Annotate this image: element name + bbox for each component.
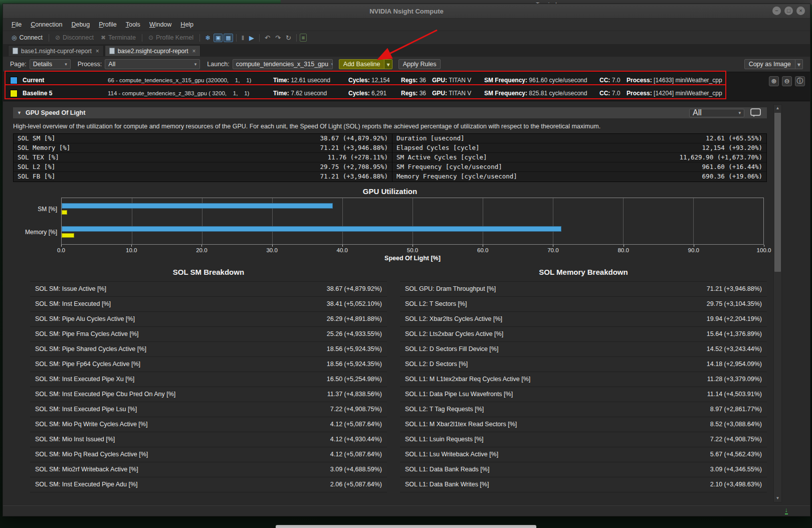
add-baseline-dropdown-icon[interactable]: ▾	[384, 59, 392, 69]
baseline-row[interactable]: Current66 - compute_tendencies_x_315_gpu…	[10, 74, 810, 87]
metric-label: Elapsed Cycles [cycle]	[396, 143, 702, 152]
comment-icon[interactable]	[750, 108, 761, 116]
gpu-sol-section-header[interactable]: ▼ GPU Speed Of Light All ▾	[13, 107, 767, 118]
chevron-down-icon: ▾	[194, 62, 197, 67]
menu-debug[interactable]: Debug	[67, 20, 94, 30]
page-dropdown[interactable]: Details ▾	[30, 59, 71, 69]
breakdown-value: 2.10 (+3,498.63%)	[710, 477, 762, 492]
tab-report-1[interactable]: base1.nsight-cuprof-report×	[8, 45, 104, 56]
baseline-stat-value: [14204] miniWeather_cpp	[654, 90, 722, 97]
profiler-icon[interactable]: ▦	[224, 34, 233, 42]
metric-row: SOL SM [%]38.67 (+4,879.92%)	[14, 134, 392, 143]
terminate-button[interactable]: ✖ Terminate	[97, 33, 139, 42]
download-icon[interactable]: ↓	[785, 506, 788, 514]
axis-tick-label: 0.0	[57, 247, 65, 253]
baseline-row[interactable]: Baseline 5114 - compute_tendencies_z_383…	[10, 87, 810, 100]
document-tabbar: base1.nsight-cuprof-report×base2.nsight-…	[3, 44, 810, 56]
profile-kernel-button[interactable]: ⊙ Profile Kernel	[145, 33, 197, 42]
close-tab-icon[interactable]: ×	[96, 48, 99, 55]
add-baseline-button[interactable]: Add Baseline	[339, 59, 385, 69]
breakdown-label: SOL SM: Mio2rf Writeback Active [%]	[35, 462, 330, 477]
metric-row: SM Frequency [cycle/usecond]961.60 (+16.…	[392, 162, 766, 172]
breakdown-label: SOL SM: Inst Executed Pipe Lsu [%]	[35, 402, 330, 417]
breakdown-row: SOL SM: Issue Active [%]38.67 (+4,879.92…	[30, 281, 387, 297]
baseline-stat-value: 961.60 cycle/usecond	[529, 77, 587, 84]
copy-as-image-button[interactable]: Copy as Image	[744, 59, 795, 69]
breakdown-row: SOL L2: Xbar2lts Cycles Active [%]19.94 …	[400, 312, 767, 327]
scrollbar-thumb[interactable]	[774, 113, 781, 272]
undo-icon[interactable]: ↶	[263, 34, 272, 42]
api-stream-icon[interactable]: ▣	[214, 34, 223, 42]
breakdown-label: SOL L2: Lts2xbar Cycles Active [%]	[405, 327, 707, 341]
breakdown-label: SOL L1: M L1tex2xbar Req Cycles Active […	[405, 372, 707, 387]
disconnect-button[interactable]: ⊘ Disconnect	[52, 33, 97, 42]
baseline-stat-value: 36	[420, 77, 426, 84]
baseline-rows: Current66 - compute_tendencies_x_315_gpu…	[10, 74, 810, 100]
menu-window[interactable]: Window	[145, 20, 176, 30]
menu-help[interactable]: Help	[176, 20, 198, 30]
minimize-button-icon[interactable]: −	[772, 7, 781, 15]
baseline-color-swatch[interactable]	[10, 90, 18, 97]
zoom-in-icon[interactable]: ⊕	[769, 76, 779, 86]
breakdown-row: SOL SM: Pipe Fma Cycles Active [%]25.26 …	[30, 327, 387, 342]
breakdown-row: SOL SM: Inst Executed Pipe Adu [%]2.06 (…	[30, 477, 387, 492]
breakdown-label: SOL L1: Data Pipe Lsu Wavefronts [%]	[405, 387, 707, 402]
close-tab-icon[interactable]: ×	[192, 48, 196, 55]
process-dropdown[interactable]: All ▾	[105, 59, 200, 69]
breakdown-value: 18.56 (+5,924.35%)	[327, 357, 382, 372]
launch-dropdown[interactable]: compute_tendencies_x_315_gpu ▾	[233, 59, 333, 69]
baseline-stat: GPU: TITAN V	[432, 77, 484, 84]
metric-value: 690.36 (+19.06%)	[702, 172, 762, 182]
baseline-stat-label: CC:	[599, 90, 610, 97]
terminate-icon: ✖	[101, 34, 106, 41]
breakdown-row: SOL L1: Lsu Writeback Active [%]5.67 (+4…	[400, 447, 767, 462]
resume-icon[interactable]: ▶	[247, 34, 256, 42]
tab-report-2[interactable]: base2.nsight-cuprof-report×	[105, 45, 200, 56]
axis-tick	[201, 245, 202, 247]
redo-icon[interactable]: ↷	[273, 34, 283, 42]
axis-tick	[553, 245, 553, 247]
info-icon[interactable]: ⓘ	[795, 76, 805, 86]
gpu-utilization-chart: SM [%]Memory [%]	[13, 198, 767, 245]
breakdown-label: SOL SM: Issue Active [%]	[35, 282, 327, 296]
statusbar: ↓	[3, 505, 810, 516]
metric-row: SOL Memory [%]71.21 (+3,946.88%)	[14, 143, 392, 153]
metric-value: 29.75 (+2,708.95%)	[320, 162, 388, 171]
menu-connection[interactable]: Connection	[26, 20, 67, 30]
copy-as-image-dropdown-icon[interactable]: ▾	[795, 59, 803, 69]
refresh-icon[interactable]: ↻	[284, 34, 293, 42]
toolbar-separator	[236, 34, 237, 42]
breakdown-label: SOL SM: Inst Executed Pipe Cbu Pred On A…	[35, 387, 327, 402]
menu-profile[interactable]: Profile	[94, 20, 121, 30]
metric-row: Duration [usecond]12.61 (+65.55%)	[392, 134, 766, 143]
baseline-color-swatch[interactable]	[10, 77, 18, 84]
report-content: ▼ GPU Speed Of Light All ▾ High-level ov…	[3, 101, 810, 492]
process-dropdown-value: All	[108, 61, 115, 68]
vertical-scrollbar[interactable]: ▲ ▼	[773, 104, 782, 502]
menu-file[interactable]: File	[7, 20, 26, 30]
close-button-icon[interactable]: ×	[796, 7, 805, 15]
scroll-up-icon[interactable]: ▲	[774, 105, 781, 112]
titlebar[interactable]: NVIDIA Nsight Compute − □ ×	[3, 4, 810, 19]
metric-label: SOL TEX [%]	[18, 153, 328, 162]
pause-icon[interactable]: ‖	[240, 34, 246, 42]
breakdown-value: 8.97 (+2,861.77%)	[710, 402, 762, 417]
axis-tick-label: 30.0	[266, 247, 277, 253]
apply-rules-button[interactable]: Apply Rules	[398, 59, 441, 69]
scroll-down-icon[interactable]: ▼	[774, 495, 781, 502]
zoom-out-icon[interactable]: ⊖	[782, 76, 792, 86]
metric-row: Memory Frequency [cycle/usecond]690.36 (…	[392, 172, 766, 182]
metric-row: SOL L2 [%]29.75 (+2,708.95%)	[14, 162, 392, 172]
axis-tick-label: 100.0	[757, 247, 771, 253]
connect-button[interactable]: ◎ Connect	[8, 33, 46, 42]
freeze-api-icon[interactable]: ❄	[203, 34, 213, 42]
metric-label: SM Active Cycles [cycle]	[396, 153, 679, 162]
report-controls-bar: Page: Details ▾ Process: All ▾ Launch: c…	[3, 56, 810, 72]
maximize-button-icon[interactable]: □	[784, 7, 793, 15]
rules-icon[interactable]: ≡	[300, 34, 307, 42]
metric-row: SOL FB [%]71.21 (+3,946.88%)	[14, 172, 392, 182]
breakdown-label: SOL SM: Inst Executed Pipe Adu [%]	[35, 477, 330, 492]
baseline-stat: SM Frequency: 825.81 cycle/usecond	[484, 90, 599, 97]
menu-tools[interactable]: Tools	[121, 20, 145, 30]
section-filter-dropdown[interactable]: All ▾	[689, 109, 744, 117]
